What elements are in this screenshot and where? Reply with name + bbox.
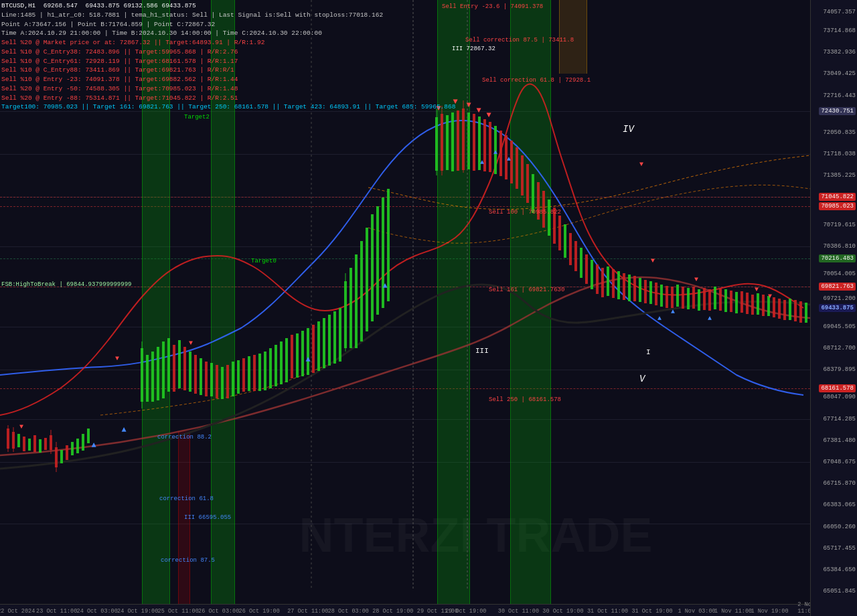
svg-rect-119	[682, 287, 684, 309]
svg-rect-48	[280, 341, 283, 384]
svg-rect-134	[762, 295, 765, 316]
price-66050: 66050.260	[823, 524, 856, 530]
svg-rect-7	[28, 439, 31, 451]
svg-text:▲: ▲	[480, 159, 484, 166]
svg-rect-23	[146, 355, 149, 402]
svg-text:▼: ▼	[19, 423, 23, 431]
svg-rect-79	[467, 112, 470, 169]
time-12: 29 Oct 19:00	[445, 608, 486, 615]
svg-rect-47	[275, 345, 277, 386]
svg-rect-50	[291, 335, 293, 378]
price-74057: 74057.357	[823, 9, 856, 15]
time-1: 22 Oct 2024	[0, 608, 35, 615]
fsb-label: FSB:HighToBreak | 69844.937999999999	[1, 281, 131, 288]
price-66383: 66383.065	[823, 502, 856, 508]
svg-text:▼: ▼	[453, 97, 458, 106]
svg-rect-24	[151, 352, 154, 402]
svg-text:▲: ▲	[507, 155, 511, 163]
svg-rect-116	[666, 286, 668, 308]
svg-rect-136	[773, 297, 775, 317]
price-69721: 69721.200	[823, 295, 856, 302]
svg-rect-96	[558, 216, 561, 250]
time-15: 31 Oct 11:00	[587, 608, 628, 615]
svg-rect-138	[783, 300, 786, 320]
svg-rect-26	[162, 341, 165, 398]
svg-rect-106	[612, 269, 615, 298]
svg-text:▼: ▼	[768, 293, 772, 300]
time-6: 26 Oct 03:00	[198, 608, 239, 615]
svg-rect-58	[333, 311, 336, 364]
time-13: 30 Oct 11:00	[498, 608, 539, 615]
svg-rect-105	[607, 266, 609, 296]
price-73382: 73382.936	[823, 49, 856, 56]
svg-rect-108	[623, 273, 625, 300]
time-3: 24 Oct 03:00	[77, 608, 118, 615]
svg-rect-104	[601, 268, 604, 297]
svg-text:▲: ▲	[708, 315, 712, 322]
svg-rect-130	[741, 291, 743, 313]
price-72716: 72716.443	[823, 92, 856, 99]
time-10: 28 Oct 19:00	[372, 608, 413, 615]
svg-rect-80	[473, 114, 475, 171]
svg-rect-92	[537, 182, 540, 220]
svg-rect-53	[307, 328, 309, 375]
svg-rect-6	[23, 437, 25, 451]
price-65384: 65384.650	[823, 566, 856, 573]
svg-rect-37	[221, 367, 224, 399]
svg-rect-51	[296, 333, 299, 378]
svg-rect-67	[376, 206, 379, 315]
svg-rect-101	[585, 254, 588, 284]
time-9: 28 Oct 03:00	[328, 608, 369, 615]
svg-rect-118	[676, 285, 679, 307]
time-17: 1 Nov 03:00	[678, 608, 716, 615]
svg-rect-133	[757, 293, 759, 315]
svg-rect-112	[644, 280, 647, 303]
svg-rect-59	[339, 308, 341, 362]
svg-rect-42	[248, 356, 250, 391]
svg-rect-65	[366, 228, 368, 331]
svg-rect-32	[194, 355, 197, 394]
svg-rect-129	[735, 292, 738, 313]
time-7: 26 Oct 19:00	[239, 608, 280, 615]
svg-rect-55	[317, 321, 320, 371]
svg-rect-18	[76, 439, 79, 453]
chart-svg: ▲ ▲ ▲ ▲ ▲ ▲ ▲ ▲ ▲ ▲ ▼ ▼ ▼ ▼ ▼ ▼ ▼ ▼ ▼	[0, 0, 810, 604]
svg-rect-5	[17, 434, 20, 447]
price-68161: 68161.578	[819, 384, 856, 392]
price-current: 69433.875	[819, 304, 856, 312]
price-axis: 74057.357 73714.868 73382.936 73049.425 …	[810, 0, 857, 616]
svg-rect-126	[719, 288, 722, 311]
chart-container: 74057.357 73714.868 73382.936 73049.425 …	[0, 0, 857, 616]
svg-rect-44	[258, 354, 261, 391]
svg-rect-31	[189, 352, 191, 392]
svg-rect-123	[703, 288, 706, 310]
price-70386: 70386.810	[823, 243, 856, 250]
svg-rect-131	[746, 293, 749, 314]
svg-rect-56	[323, 318, 325, 368]
svg-rect-85	[499, 131, 502, 176]
time-18: 1 Nov 11:00	[714, 608, 752, 615]
svg-rect-54	[312, 325, 315, 373]
time-8: 27 Oct 11:00	[287, 608, 328, 615]
svg-rect-49	[285, 338, 288, 382]
time-4: 24 Oct 19:00	[117, 608, 158, 615]
svg-rect-43	[253, 355, 256, 391]
svg-rect-122	[698, 289, 700, 311]
svg-rect-137	[778, 299, 781, 319]
svg-rect-15	[60, 450, 63, 463]
svg-rect-9	[39, 439, 42, 453]
price-70054: 70054.005	[823, 271, 856, 277]
svg-rect-10	[44, 438, 47, 450]
svg-rect-63	[355, 254, 358, 348]
svg-rect-140	[794, 300, 797, 321]
svg-rect-125	[714, 287, 716, 309]
svg-rect-91	[532, 174, 534, 213]
price-67381: 67381.480	[823, 437, 856, 444]
svg-rect-128	[730, 291, 732, 312]
price-68379: 68379.895	[823, 366, 856, 373]
svg-rect-120	[687, 288, 690, 309]
svg-rect-98	[569, 233, 572, 265]
svg-rect-139	[789, 299, 791, 320]
svg-rect-107	[617, 271, 620, 299]
svg-rect-124	[708, 289, 711, 311]
